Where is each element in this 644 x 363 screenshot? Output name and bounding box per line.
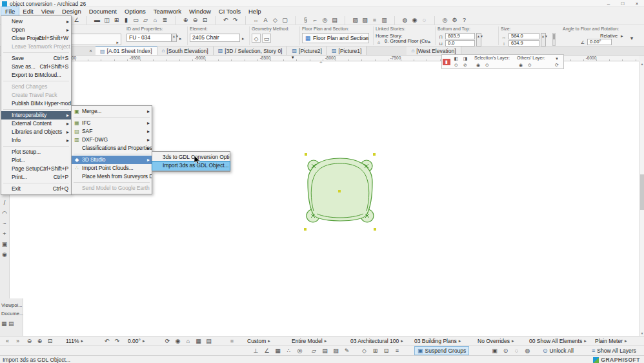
floor-plan-section-button[interactable]: ▦ Floor Plan and Section... — [302, 33, 369, 43]
section-icon[interactable]: § — [301, 16, 310, 25]
find-select-icon[interactable]: ◎ — [440, 16, 450, 25]
palette-more-icon[interactable]: ▦ ▤ — [1, 320, 14, 327]
menu-item-new[interactable]: New▸ — [1, 17, 71, 26]
menubar-document[interactable]: Document — [85, 7, 121, 16]
quick-options-combo[interactable]: Custom▸ — [247, 337, 270, 346]
zone-icon[interactable]: ▢ — [280, 16, 290, 25]
rotation-combo[interactable]: 0.00° ▸ — [128, 337, 145, 346]
size-spinner[interactable]: ▲▼ — [541, 33, 546, 47]
fit-in-window-icon[interactable]: ⊡ — [45, 337, 55, 346]
home-story-icon[interactable]: ⌂ — [183, 337, 193, 346]
schedule-icon[interactable]: ≡ — [370, 16, 379, 25]
palette-refresh-icon[interactable]: ⟳ — [553, 62, 561, 68]
redo-icon[interactable]: ↷ — [230, 16, 240, 25]
size-height-field[interactable]: 634.9 — [508, 40, 539, 47]
tab-south-elevation[interactable]: ⌂[South Elevation] — [157, 47, 214, 55]
unlock-all-button[interactable]: ⊙ Unlock All — [539, 346, 577, 355]
trace-reference-icon[interactable]: ▤ — [319, 346, 330, 355]
bimcloud-icon[interactable]: ◌ — [419, 16, 429, 25]
tab-a01-sheet-index[interactable]: ▤[A.01 Sheet Index] — [96, 47, 157, 55]
menu-item-interoperability[interactable]: Interoperability▸ — [1, 111, 71, 119]
top-elevation-field[interactable]: 803.9 — [445, 33, 475, 39]
guide-lines-icon[interactable]: ∠ — [72, 16, 81, 25]
menu-item-ifc[interactable]: ▦IFC▸ — [72, 119, 152, 127]
snap-points-icon[interactable]: ∴ — [283, 346, 294, 355]
stair-icon[interactable]: ≣ — [160, 16, 170, 25]
menubar-view[interactable]: View — [37, 7, 58, 16]
zoom-in-icon[interactable]: ⊕ — [35, 337, 45, 346]
menubar-window[interactable]: Window — [185, 7, 215, 16]
beam-icon[interactable]: ▭ — [131, 16, 141, 25]
relative-label[interactable]: Relative — [600, 33, 618, 39]
others-layer-lock-icon[interactable]: ⊙ — [526, 62, 534, 68]
line-tool-icon[interactable]: / — [1, 198, 9, 208]
menu-item-libraries-and-objects[interactable]: Libraries and Objects▸ — [1, 128, 71, 136]
minimize-button[interactable]: – — [601, 0, 616, 7]
palette-tab-viewpoints[interactable]: Viewpoi... — [1, 302, 22, 308]
label-icon[interactable]: ◇ — [270, 16, 280, 25]
element-order-icon[interactable]: ≡ — [392, 346, 403, 355]
selection-layer-lock-icon[interactable]: ⊙ — [483, 62, 491, 68]
worksheet-icon[interactable]: ▤ — [330, 16, 339, 25]
scroll-down-icon[interactable]: ▼ — [639, 331, 644, 336]
camera-tool-icon[interactable]: ◉ — [1, 249, 9, 260]
dropdown-arrow-icon[interactable]: ▸ — [365, 36, 368, 41]
menu-item-save[interactable]: SaveCtrl+S — [1, 54, 71, 63]
arc-tool-icon[interactable]: ◠ — [1, 208, 9, 218]
menu-item-close-project[interactable]: Close ProjectCtrl+Shift+W — [1, 34, 71, 43]
menu-item-import-point-clouds[interactable]: ∴Import Point Clouds... — [72, 164, 152, 172]
menubar-design[interactable]: Design — [58, 7, 85, 16]
editing-plane-icon[interactable]: ▱ — [308, 346, 319, 355]
close-button[interactable]: × — [630, 0, 644, 7]
menubar-teamwork[interactable]: Teamwork — [150, 7, 185, 16]
others-layer-hide-icon[interactable]: ◉ — [517, 62, 525, 68]
fit-in-window-icon[interactable]: ⊡ — [200, 16, 210, 25]
menu-item-info[interactable]: Info▸ — [1, 136, 71, 145]
lock-icon[interactable]: ⊙ — [500, 346, 511, 355]
infobar-more-icon[interactable]: ▾ — [627, 34, 636, 43]
close-tab-icon[interactable]: × — [86, 47, 96, 55]
teamwork-icon[interactable]: ◉ — [410, 16, 419, 25]
show-layer-icon[interactable]: ◨ — [461, 56, 469, 62]
3d-view-icon[interactable]: ▧ — [350, 16, 360, 25]
elevation-icon[interactable]: ⌐ — [310, 16, 320, 25]
menu-item-print[interactable]: Print...Ctrl+P — [1, 173, 71, 182]
menu-item-export-to-bimcloud[interactable]: Export to BIMcloud... — [1, 71, 71, 79]
maximize-button[interactable]: □ — [616, 0, 630, 7]
virtual-trace-icon[interactable]: ▨ — [330, 346, 341, 355]
id-spinner[interactable]: ▲▼ — [172, 34, 177, 42]
dropdown-arrow-icon[interactable]: ▸ — [621, 34, 623, 39]
layer-combination-combo[interactable]: 03 Building Plans▸ — [414, 337, 461, 346]
column-icon[interactable]: ▮ — [121, 16, 131, 25]
figure-tool-icon[interactable]: ▣ — [1, 239, 9, 249]
explore-icon[interactable]: ◉ — [173, 337, 183, 346]
render-icon[interactable]: ▨ — [360, 16, 370, 25]
help-icon[interactable]: ? — [459, 16, 469, 25]
size-width-field[interactable]: 584.0 — [508, 33, 539, 39]
dimension-icon[interactable]: ↔ — [251, 16, 261, 25]
ungroup-icon[interactable]: ⊟ — [381, 346, 392, 355]
detail-icon[interactable]: ◎ — [320, 16, 330, 25]
hide-layer-icon[interactable]: ◧ — [452, 56, 460, 62]
menu-item-3d-studio[interactable]: ◆3D Studio▸ — [72, 156, 152, 164]
element-id-field[interactable]: FU - 034 — [126, 34, 172, 42]
menubar-file[interactable]: File — [1, 7, 19, 16]
elevation-spinner[interactable]: ▲▼ — [476, 33, 481, 47]
next-view-icon[interactable]: ↷ — [112, 337, 122, 346]
palette-tab-documents[interactable]: Docume... — [1, 311, 23, 316]
rotation-angle-field[interactable]: 0.00° — [587, 39, 612, 45]
polyline-tool-icon[interactable]: ~ — [1, 218, 9, 229]
scrollbar-thumb[interactable] — [640, 174, 644, 210]
wireframe-icon[interactable]: ◌ — [511, 346, 522, 355]
menu-item-merge[interactable]: ▣Merge...▸ — [72, 107, 152, 116]
geometry-simple-icon[interactable]: ▭ — [262, 34, 271, 43]
undo-icon[interactable]: ↶ — [221, 16, 230, 25]
tab-picture1[interactable]: ▨[Picture1] — [327, 47, 367, 55]
pan-left-icon[interactable]: « — [3, 337, 12, 346]
menu-item-plot[interactable]: Plot... — [1, 156, 71, 165]
selection-layer-hide-icon[interactable]: ◉ — [474, 62, 482, 68]
zoom-in-icon[interactable]: ⊕ — [181, 16, 190, 25]
home-story-value[interactable]: 0. Ground Floor (Cu... — [383, 39, 429, 45]
tab-3d-selection-story-0[interactable]: ▧[3D / Selection, Story 0] — [214, 47, 288, 55]
door-icon[interactable]: ◫ — [102, 16, 112, 25]
